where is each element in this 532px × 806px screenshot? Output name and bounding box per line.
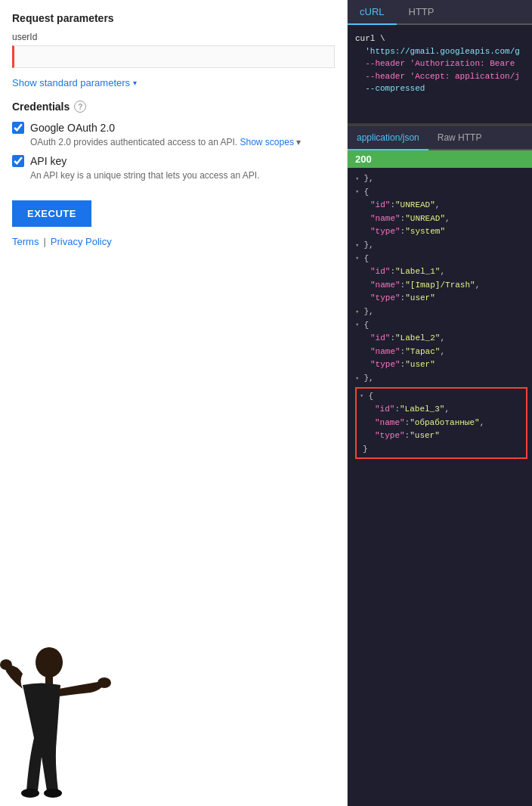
json-response-area[interactable]: ▾ }, ▾ { "id": "UNREAD", "name": "UNREAD… bbox=[348, 168, 532, 806]
json-line: "type": "user" bbox=[355, 292, 527, 305]
privacy-link[interactable]: Privacy Policy bbox=[51, 236, 112, 247]
oauth-checkbox[interactable] bbox=[12, 122, 24, 134]
man-figure bbox=[0, 640, 121, 806]
svg-point-5 bbox=[44, 789, 62, 798]
svg-point-3 bbox=[97, 677, 111, 688]
apikey-label: API key bbox=[12, 155, 335, 167]
tab-curl[interactable]: cURL bbox=[348, 0, 397, 25]
json-line-highlighted: "name": "обработанные", bbox=[360, 417, 523, 430]
json-line: "name": "Тарас", bbox=[355, 346, 527, 359]
json-line: "name": "[Imap]/Trash", bbox=[355, 279, 527, 293]
json-line: ▾ { bbox=[355, 253, 527, 266]
json-line: ▾ }, bbox=[355, 239, 527, 253]
help-icon[interactable]: ? bbox=[74, 101, 86, 113]
highlighted-json-block: ▾ { "id": "Label_3", "name": "обработанн… bbox=[355, 387, 527, 460]
json-line: ▾ { bbox=[355, 186, 527, 200]
separator: | bbox=[43, 236, 45, 247]
apikey-description: An API key is a unique string that lets … bbox=[30, 170, 335, 181]
json-line: ▾ }, bbox=[355, 305, 527, 319]
json-line-highlighted: "id": "Label_3", bbox=[360, 403, 523, 417]
oauth-description: OAuth 2.0 provides authenticated access … bbox=[30, 137, 335, 147]
show-scopes-chevron: ▾ bbox=[296, 137, 301, 147]
json-line: "id": "Label_1", bbox=[355, 265, 527, 279]
json-line: "type": "system" bbox=[355, 225, 527, 239]
tab-http[interactable]: HTTP bbox=[397, 0, 447, 25]
terms-link[interactable]: Terms bbox=[12, 236, 39, 247]
json-line: ▾ { bbox=[355, 319, 527, 333]
left-panel: Request parameters userId Show standard … bbox=[0, 0, 348, 806]
show-standard-params-button[interactable]: Show standard parameters ▾ bbox=[12, 77, 335, 88]
json-line: "id": "Label_2", bbox=[355, 332, 527, 346]
show-standard-params-label: Show standard parameters bbox=[12, 77, 130, 88]
json-line-highlighted: } bbox=[360, 443, 523, 457]
execute-button[interactable]: EXECUTE bbox=[12, 200, 91, 227]
curl-code-area: curl \ 'https://gmail.googleapis.com/g -… bbox=[348, 25, 532, 123]
top-tabs: cURL HTTP bbox=[348, 0, 532, 25]
userid-input-wrapper bbox=[12, 45, 335, 68]
svg-point-0 bbox=[36, 647, 63, 677]
userid-label: userId bbox=[12, 32, 335, 42]
json-line-highlighted: "type": "user" bbox=[360, 429, 523, 443]
json-line: "id": "UNREAD", bbox=[355, 199, 527, 212]
credentials-section: Credentials ? Google OAuth 2.0 OAuth 2.0… bbox=[12, 101, 335, 188]
json-line: ▾ }, bbox=[355, 372, 527, 386]
userid-input[interactable] bbox=[12, 45, 335, 68]
oauth-credential-item: Google OAuth 2.0 OAuth 2.0 provides auth… bbox=[12, 122, 335, 147]
code-line-3: --header 'Authorization: Beare bbox=[355, 57, 524, 70]
json-line: "name": "UNREAD", bbox=[355, 212, 527, 226]
status-badge: 200 bbox=[348, 150, 532, 168]
show-scopes-link[interactable]: Show scopes bbox=[240, 137, 294, 147]
tab-application-json[interactable]: application/json bbox=[348, 126, 428, 150]
chevron-down-icon: ▾ bbox=[133, 79, 137, 87]
request-params-title: Request parameters bbox=[12, 12, 335, 24]
right-panel: cURL HTTP curl \ 'https://gmail.googleap… bbox=[348, 0, 532, 806]
credentials-title: Credentials ? bbox=[12, 101, 335, 113]
svg-point-2 bbox=[0, 659, 12, 670]
code-line-4: --header 'Accept: application/j bbox=[355, 70, 524, 83]
oauth-label: Google OAuth 2.0 bbox=[12, 122, 335, 134]
apikey-checkbox[interactable] bbox=[12, 155, 24, 167]
json-line-highlighted: ▾ { bbox=[360, 390, 523, 404]
json-line: ▾ }, bbox=[355, 172, 527, 186]
apikey-credential-item: API key An API key is a unique string th… bbox=[12, 155, 335, 181]
code-line-1: curl \ bbox=[355, 33, 524, 45]
json-line: "type": "user" bbox=[355, 358, 527, 372]
bottom-tabs: application/json Raw HTTP bbox=[348, 126, 532, 150]
tab-raw-http[interactable]: Raw HTTP bbox=[428, 126, 491, 150]
code-line-5: --compressed bbox=[355, 82, 524, 95]
svg-point-4 bbox=[21, 789, 39, 798]
footer-links: Terms | Privacy Policy bbox=[12, 236, 335, 247]
code-line-2: 'https://gmail.googleapis.com/g bbox=[355, 45, 524, 58]
